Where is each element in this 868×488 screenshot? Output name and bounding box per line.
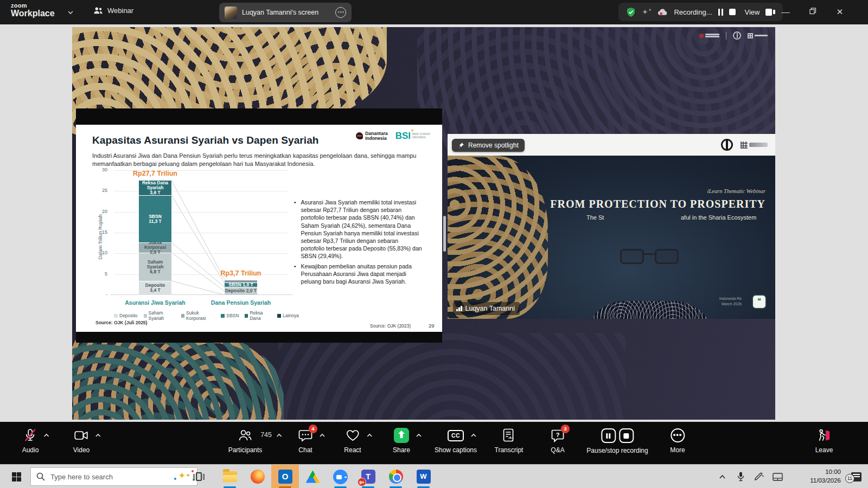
- batik-ornament: [417, 27, 775, 152]
- webinar-label: Webinar: [107, 7, 133, 15]
- legend-item: Reksa Dana: [245, 310, 271, 321]
- mic-muted-icon: [24, 428, 37, 442]
- audio-button[interactable]: Audio: [22, 428, 39, 454]
- show-captions-button[interactable]: CC Show captions: [435, 428, 477, 454]
- app-file-explorer[interactable]: [216, 465, 244, 488]
- slide-page-number: 29: [429, 323, 435, 329]
- brand-zoom: zoom: [11, 3, 55, 9]
- y-tick-label: -: [106, 292, 107, 297]
- slide-bullet-list: •Asuransi Jiwa Syariah memiliki total in…: [294, 198, 423, 287]
- taskbar-apps: 9+: [216, 465, 437, 488]
- share-button[interactable]: Share: [393, 428, 410, 454]
- pin-icon: [458, 142, 464, 149]
- banner-header-logos: [721, 139, 768, 151]
- more-button[interactable]: ••• More: [670, 428, 685, 454]
- chart-segment: SBSN 1,0 T: [225, 283, 257, 287]
- app-teams[interactable]: 9+: [354, 465, 382, 488]
- firefox-icon: [251, 470, 265, 484]
- tray-touchpad-icon[interactable]: [768, 473, 787, 481]
- share-chevron[interactable]: [416, 433, 422, 438]
- presentation-slide: Kapasitas Asuransi Syariah vs Dapen Syar…: [76, 108, 442, 343]
- video-options-chevron[interactable]: [95, 433, 101, 438]
- tab-webinar[interactable]: Webinar: [93, 6, 133, 15]
- legend-item: SBSN: [221, 310, 239, 321]
- danantara-indonesia-logo: DanantaraIndonesia: [356, 131, 388, 141]
- zoom-app-icon: [333, 470, 348, 484]
- shared-screen-pill[interactable]: Luqyan Tamanni's screen ⋯: [219, 3, 352, 22]
- minimize-button[interactable]: —: [777, 4, 794, 20]
- taskbar-clock[interactable]: 10:00 11/03/2026: [791, 468, 841, 485]
- search-input[interactable]: [50, 473, 143, 481]
- chat-button[interactable]: 4 Chat: [298, 428, 312, 454]
- danantara-mark-icon: [356, 132, 363, 139]
- task-view-button[interactable]: [191, 470, 206, 483]
- deck-header-logos: [699, 31, 768, 40]
- tray-microphone-icon[interactable]: [731, 472, 750, 481]
- pause-stop-recording-button[interactable]: Pause/stop recording: [586, 428, 648, 454]
- outlook-icon: [278, 470, 292, 484]
- captions-chevron[interactable]: [470, 433, 477, 438]
- remove-spotlight-button[interactable]: Remove spotlight: [452, 139, 525, 152]
- more-options-icon[interactable]: ⋯: [335, 7, 346, 18]
- y-tick-label: 10: [102, 250, 107, 255]
- indonesia-re-logo: [733, 31, 741, 40]
- slide-letterbox-bottom: [76, 332, 442, 343]
- app-zoom[interactable]: [327, 465, 354, 488]
- app-chrome[interactable]: [382, 465, 410, 488]
- chevron-down-icon[interactable]: [67, 9, 74, 16]
- chart-segment: SBSN11,3 T: [139, 196, 171, 242]
- qa-button[interactable]: ? 3 Q&A: [551, 428, 565, 454]
- people-icon: [93, 6, 103, 15]
- participants-icon: [238, 429, 252, 442]
- participants-button[interactable]: 745 Participants: [228, 428, 263, 454]
- teams-badge: 9+: [358, 478, 366, 486]
- stop-recording-icon[interactable]: [619, 428, 634, 443]
- stop-recording-icon[interactable]: [729, 9, 736, 15]
- app-outlook[interactable]: [271, 465, 299, 488]
- ai-companion-icon[interactable]: ✦✦: [642, 8, 652, 16]
- app-firefox[interactable]: [244, 465, 271, 488]
- audio-options-chevron[interactable]: [43, 433, 50, 438]
- bsi-logo: BSI BANK SYARIAHINDONESIA: [395, 132, 430, 140]
- legend-item: Sukuk Korporasi: [181, 310, 215, 321]
- pause-recording-icon[interactable]: [601, 428, 616, 443]
- tray-pen-icon[interactable]: [750, 472, 768, 481]
- y-axis-ticks: 30252015105-: [90, 170, 110, 295]
- legend-item: Lainnya: [277, 310, 299, 321]
- meeting-status-pill: ✦✦ Recording... View: [618, 3, 783, 21]
- panel-resize-handle[interactable]: [443, 216, 446, 252]
- pause-recording-icon[interactable]: [718, 9, 723, 16]
- video-button[interactable]: Video: [73, 428, 90, 454]
- shared-screen-view: Kapasitas Asuransi Syariah vs Dapen Syar…: [72, 27, 775, 420]
- slide-logos: DanantaraIndonesia BSI BANK SYARIAHINDON…: [356, 131, 430, 141]
- transcript-button[interactable]: Transcript: [495, 428, 524, 454]
- view-layout-icon[interactable]: [765, 9, 775, 16]
- app-google-drive[interactable]: [299, 465, 327, 488]
- react-button[interactable]: React: [344, 428, 361, 454]
- notification-center-button[interactable]: 11: [844, 472, 868, 481]
- word-icon: [417, 470, 431, 484]
- taskbar-search[interactable]: ✦✦: [30, 467, 197, 486]
- y-tick-label: 15: [102, 229, 107, 235]
- partner-logo: [741, 142, 768, 149]
- chart-total-label: Rp27,7 Triliun: [133, 170, 177, 177]
- avatar: [225, 7, 237, 19]
- chat-chevron[interactable]: [319, 433, 326, 438]
- leave-button[interactable]: Leave: [815, 428, 833, 454]
- start-button[interactable]: [5, 468, 27, 485]
- security-shield-icon[interactable]: [626, 7, 636, 17]
- glasses: [620, 249, 679, 265]
- ifg-logo: [748, 33, 768, 38]
- speaker-person: [448, 156, 775, 319]
- react-chevron[interactable]: [366, 433, 373, 438]
- stacked-bar-chart: Dalam Triliun Rupiah 30252015105- Deposi…: [90, 165, 299, 328]
- view-button-label[interactable]: View: [745, 8, 760, 16]
- restore-button[interactable]: [805, 4, 821, 20]
- copilot-sparkle-icon[interactable]: ✦✦: [178, 470, 190, 481]
- chart-total-label: Rp3,7 Triliun: [220, 269, 261, 277]
- tray-expand-chevron[interactable]: [713, 474, 731, 479]
- app-word[interactable]: [410, 465, 437, 488]
- google-drive-icon: [306, 471, 320, 483]
- participants-chevron[interactable]: [276, 433, 283, 438]
- close-button[interactable]: ✕: [832, 4, 848, 20]
